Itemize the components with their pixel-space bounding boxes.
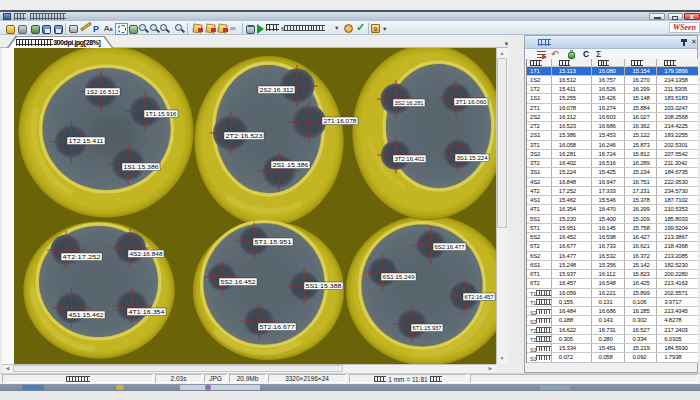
svg-text:6S2:16.477: 6S2:16.477 — [435, 244, 465, 250]
svg-text:5S2:16.452: 5S2:16.452 — [221, 279, 256, 285]
svg-text:3T1:16.060: 3T1:16.060 — [456, 99, 487, 105]
svg-text:1T1:15.916: 1T1:15.916 — [146, 111, 177, 117]
svg-text:4T1:16.354: 4T1:16.354 — [129, 309, 165, 315]
svg-text:3T2:16.402: 3T2:16.402 — [395, 156, 425, 162]
svg-text:4S2:16.848: 4S2:16.848 — [130, 251, 163, 257]
svg-text:2S1:15.386: 2S1:15.386 — [273, 162, 309, 168]
svg-text:1S2:16.512: 1S2:16.512 — [87, 89, 119, 95]
svg-text:6T2:16.457: 6T2:16.457 — [465, 294, 494, 300]
svg-text:4T2:17.252: 4T2:17.252 — [63, 254, 101, 260]
svg-text:5S1:15.388: 5S1:15.388 — [306, 283, 342, 289]
svg-text:3S1:15.224: 3S1:15.224 — [457, 155, 488, 161]
svg-text:2S2:16.312: 2S2:16.312 — [260, 87, 294, 93]
svg-text:2T2:16.523: 2T2:16.523 — [226, 133, 263, 139]
svg-text:5T2:16.677: 5T2:16.677 — [260, 324, 295, 330]
svg-text:6S1:15.249: 6S1:15.249 — [383, 274, 415, 280]
svg-text:6T1:15.937: 6T1:15.937 — [413, 325, 442, 331]
svg-text:1T2:15.411: 1T2:15.411 — [69, 138, 104, 144]
svg-text:3S2:16.281: 3S2:16.281 — [395, 100, 424, 106]
svg-text:5T1:15.951: 5T1:15.951 — [255, 239, 292, 245]
svg-text:2T1:16.078: 2T1:16.078 — [324, 118, 357, 124]
svg-text:4S1:15.462: 4S1:15.462 — [69, 312, 104, 318]
svg-text:1S1:15.386: 1S1:15.386 — [124, 164, 159, 170]
